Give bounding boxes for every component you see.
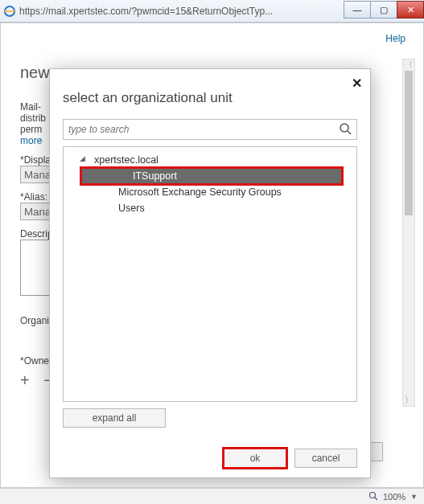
dialog-close-icon[interactable]: ✕: [352, 76, 362, 91]
window-buttons: — ▢ ✕: [344, 1, 424, 18]
more-link[interactable]: more: [20, 135, 42, 146]
tree-root[interactable]: xpertstec.local: [67, 152, 353, 168]
scroll-thumb[interactable]: [405, 71, 413, 215]
tree-item[interactable]: Users: [67, 200, 353, 216]
ou-search-input[interactable]: [64, 120, 334, 139]
address-bar[interactable]: https://mail.xpertstec.com/?pwmcid=15&Re…: [19, 6, 344, 17]
page-scrollbar[interactable]: 〈 〉: [402, 59, 415, 407]
help-link[interactable]: Help: [385, 33, 405, 44]
expand-all-button[interactable]: expand all: [63, 408, 166, 428]
svg-point-3: [369, 492, 375, 498]
dialog-cancel-button[interactable]: cancel: [294, 449, 357, 468]
scroll-down-icon[interactable]: 〉: [403, 395, 414, 406]
maximize-button[interactable]: ▢: [370, 1, 397, 18]
intro-line-3: perm: [20, 124, 42, 135]
zoom-icon[interactable]: [368, 491, 378, 502]
zoom-dropdown-icon[interactable]: ▼: [410, 493, 418, 501]
ou-search-box: [63, 119, 357, 140]
ou-picker-dialog: ✕ select an organizational unit xpertste…: [49, 68, 371, 478]
ou-tree: xpertstec.local ITSupport Microsoft Exch…: [63, 146, 357, 402]
tree-item[interactable]: Microsoft Exchange Security Groups: [67, 184, 353, 200]
close-button[interactable]: ✕: [397, 1, 424, 18]
dialog-title: select an organizational unit: [63, 90, 357, 106]
tree-item-selected[interactable]: ITSupport: [81, 168, 342, 184]
window-titlebar: https://mail.xpertstec.com/?pwmcid=15&Re…: [0, 0, 424, 23]
svg-line-2: [348, 131, 351, 134]
ie-icon: [3, 5, 16, 18]
zoom-level[interactable]: 100%: [383, 492, 405, 502]
status-bar: 100% ▼: [0, 488, 424, 504]
ok-button[interactable]: ok: [224, 449, 286, 468]
scroll-up-icon[interactable]: 〈: [403, 59, 414, 71]
minimize-button[interactable]: —: [344, 1, 371, 18]
search-icon[interactable]: [339, 122, 353, 137]
intro-line-1: Mail-: [20, 101, 41, 113]
svg-point-1: [340, 124, 348, 132]
intro-line-2: distrib: [20, 113, 46, 124]
svg-line-4: [375, 498, 377, 500]
dialog-action-bar: ok cancel: [63, 437, 357, 468]
page-content: Help new Mail- distrib perm more *Displa…: [0, 23, 424, 488]
